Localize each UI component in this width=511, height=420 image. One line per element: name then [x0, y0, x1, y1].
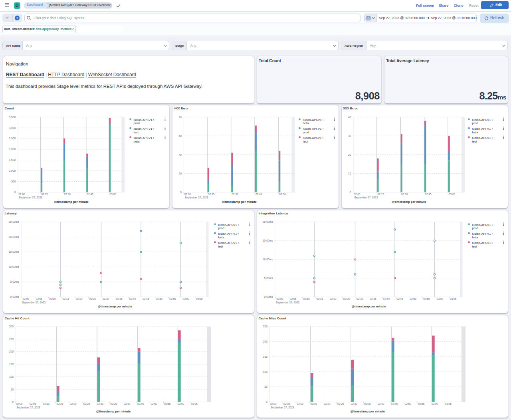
svg-text:02:00: 02:00	[270, 402, 277, 405]
svg-text:September 27, 2023: September 27, 2023	[22, 301, 46, 304]
svg-text:02:05: 02:05	[36, 297, 43, 300]
svg-text:September 27, 2023: September 27, 2023	[276, 301, 299, 304]
svg-text:02:10: 02:10	[49, 297, 56, 300]
svg-text:September 27, 2023: September 27, 2023	[185, 196, 208, 199]
svg-text:beta: beta	[134, 140, 140, 143]
svg-text:lucian-API-V1 ›: lucian-API-V1 ›	[218, 223, 239, 227]
svg-text:02:25: 02:25	[343, 297, 350, 300]
svg-text:02:40: 02:40	[129, 297, 136, 300]
svg-text:03:05: 03:05	[191, 402, 198, 405]
svg-text:02:05: 02:05	[290, 297, 297, 300]
svg-text:02:55: 02:55	[423, 297, 430, 300]
svg-text:100: 100	[9, 375, 14, 378]
svg-text:02:50: 02:50	[410, 297, 417, 300]
svg-text:5.00ms: 5.00ms	[10, 280, 20, 283]
svg-text:1,500: 1,500	[9, 158, 16, 161]
svg-text:03:05: 03:05	[450, 297, 457, 300]
svg-text:Cache Hit Count: Cache Hit Count	[5, 317, 30, 320]
svg-text:0: 0	[350, 191, 351, 194]
svg-text:lucian-API-V1 ›: lucian-API-V1 ›	[303, 136, 324, 140]
svg-text:0: 0	[12, 400, 14, 403]
svg-text:15.00ms: 15.00ms	[9, 250, 19, 253]
svg-text:02:40: 02:40	[124, 402, 131, 405]
svg-text:September 27, 2023: September 27, 2023	[19, 196, 42, 199]
svg-text:02:45: 02:45	[137, 402, 144, 405]
svg-text:02:30: 02:30	[97, 402, 104, 405]
svg-text:10: 10	[348, 172, 351, 175]
svg-text:lucian-API-V1 ›: lucian-API-V1 ›	[472, 223, 493, 227]
svg-text:September 27, 2023: September 27, 2023	[271, 406, 294, 409]
svg-text:lucian-API-V1 ›: lucian-API-V1 ›	[134, 127, 154, 131]
svg-text:02:20: 02:20	[70, 402, 77, 405]
svg-text:0.00ms: 0.00ms	[10, 295, 20, 298]
svg-text:500: 500	[11, 180, 16, 183]
svg-text:02:50: 02:50	[156, 297, 163, 300]
svg-text:200: 200	[9, 350, 14, 353]
svg-text:02:15: 02:15	[41, 193, 48, 196]
svg-text:02:10: 02:10	[297, 402, 304, 405]
svg-text:02:00: 02:00	[184, 193, 191, 196]
svg-text:02:45: 02:45	[396, 297, 403, 300]
svg-text:@timestamp per minute: @timestamp per minute	[54, 200, 88, 204]
svg-text:beta: beta	[472, 131, 479, 134]
svg-text:25.00ms: 25.00ms	[9, 220, 19, 223]
svg-text:02:40: 02:40	[378, 402, 384, 405]
svg-text:02:55: 02:55	[164, 402, 171, 405]
svg-text:02:55: 02:55	[418, 402, 425, 405]
svg-text:@timestamp per minute: @timestamp per minute	[96, 410, 131, 413]
svg-text:02:35: 02:35	[364, 402, 371, 405]
svg-text:02:05: 02:05	[30, 402, 36, 405]
svg-text:03:00: 03:00	[432, 402, 438, 405]
svg-text:03:00: 03:00	[178, 402, 184, 405]
svg-text:test: test	[218, 245, 224, 248]
svg-text:3,500: 3,500	[9, 116, 16, 119]
svg-text:beta: beta	[303, 121, 309, 125]
svg-text:test: test	[134, 131, 139, 134]
svg-text:02:25: 02:25	[337, 402, 344, 405]
svg-text:02:10: 02:10	[43, 402, 50, 405]
svg-text:lucian-API-V1 ›: lucian-API-V1 ›	[472, 118, 493, 122]
svg-text:02:40: 02:40	[383, 297, 390, 300]
svg-text:02:30: 02:30	[232, 193, 239, 196]
svg-text:4XX Error: 4XX Error	[174, 107, 189, 110]
svg-text:02:45: 02:45	[425, 193, 432, 196]
svg-text:02:00: 02:00	[16, 402, 23, 405]
svg-text:250: 250	[263, 325, 267, 328]
svg-text:02:15: 02:15	[63, 297, 69, 300]
svg-text:Integration Latency: Integration Latency	[259, 212, 288, 215]
svg-text:03:05: 03:05	[445, 402, 452, 405]
svg-text:prod: prod	[134, 121, 140, 125]
svg-text:02:55: 02:55	[169, 297, 176, 300]
svg-text:Cache Miss Count: Cache Miss Count	[259, 317, 287, 320]
svg-text:lucian-API-V1 ›: lucian-API-V1 ›	[472, 232, 493, 236]
svg-text:10.00ms: 10.00ms	[263, 258, 273, 261]
svg-text:02:45: 02:45	[391, 402, 398, 405]
svg-text:@timestamp per minute: @timestamp per minute	[352, 305, 386, 308]
svg-text:02:30: 02:30	[351, 402, 358, 405]
svg-text:10.00ms: 10.00ms	[9, 265, 19, 268]
svg-text:03:00: 03:00	[449, 193, 456, 196]
svg-text:40: 40	[348, 116, 351, 119]
svg-text:02:45: 02:45	[143, 297, 149, 300]
svg-text:@timestamp per minute: @timestamp per minute	[222, 200, 256, 204]
svg-text:02:10: 02:10	[303, 297, 310, 300]
svg-text:lucian-API-V1 ›: lucian-API-V1 ›	[134, 136, 154, 140]
svg-text:2,500: 2,500	[9, 137, 16, 140]
svg-text:20.00ms: 20.00ms	[263, 220, 273, 223]
svg-text:02:35: 02:35	[370, 297, 376, 300]
svg-text:50: 50	[11, 388, 14, 391]
svg-text:lucian-API-V1 ›: lucian-API-V1 ›	[218, 232, 239, 236]
svg-text:1,000: 1,000	[9, 169, 16, 172]
svg-text:@timestamp per minute: @timestamp per minute	[392, 200, 426, 204]
svg-text:02:05: 02:05	[283, 402, 290, 405]
svg-text:02:50: 02:50	[405, 402, 412, 405]
svg-text:test: test	[303, 140, 308, 143]
svg-text:test: test	[472, 140, 477, 143]
svg-text:60: 60	[179, 135, 182, 137]
svg-text:lucian-API-V1 ›: lucian-API-V1 ›	[303, 118, 324, 122]
svg-text:02:00: 02:00	[22, 297, 29, 300]
svg-text:03:05: 03:05	[196, 297, 203, 300]
svg-text:02:15: 02:15	[208, 193, 215, 196]
svg-text:prod: prod	[472, 226, 478, 230]
svg-text:0: 0	[266, 400, 267, 403]
